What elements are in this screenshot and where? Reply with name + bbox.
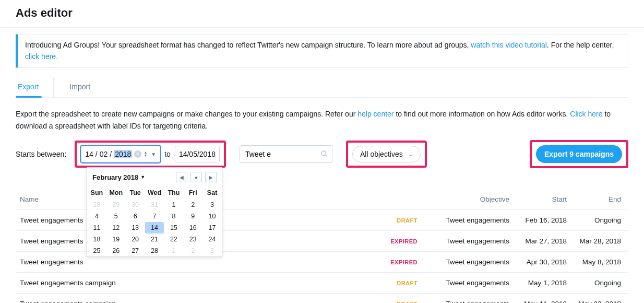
- export-button[interactable]: Export 9 campaigns: [536, 145, 622, 163]
- status-badge: EXPIRED: [390, 238, 418, 244]
- cell-start: May 11, 2018: [514, 294, 571, 303]
- starts-between-label: Starts between:: [16, 150, 66, 158]
- datepicker-day[interactable]: 1: [164, 245, 183, 257]
- datepicker-day[interactable]: 7: [145, 211, 164, 222]
- datepicker-day[interactable]: 31: [145, 199, 164, 211]
- datepicker-day[interactable]: 8: [164, 211, 183, 222]
- datepicker-day[interactable]: 6: [126, 211, 145, 222]
- search-wrap: [240, 145, 332, 163]
- datepicker-grid: SunMonTueWedThuFriSat2829303112345678910…: [87, 187, 222, 257]
- date-to-input[interactable]: 14/05/2018: [175, 146, 220, 162]
- datepicker-day[interactable]: 12: [106, 222, 126, 234]
- cell-end: May 22, 2018: [571, 294, 628, 303]
- controls-row: Starts between: 14/02/2018 ✕ ▲▼ ▼ to 14/…: [16, 140, 628, 168]
- datepicker-day[interactable]: 14: [145, 222, 164, 234]
- search-input[interactable]: [240, 145, 332, 163]
- cell-end: Ongoing: [571, 210, 628, 231]
- datepicker-day[interactable]: 30: [126, 199, 145, 211]
- datepicker-dow: Tue: [126, 187, 145, 199]
- datepicker-today-button[interactable]: ●: [190, 172, 202, 182]
- svg-line-1: [325, 155, 327, 157]
- click-here-link[interactable]: Click here: [570, 110, 602, 118]
- datepicker-day[interactable]: 13: [126, 222, 145, 234]
- objectives-dropdown[interactable]: All objectives ⌄: [352, 146, 421, 162]
- datepicker-day[interactable]: 16: [183, 222, 202, 234]
- datepicker-day[interactable]: 21: [145, 234, 164, 245]
- datepicker-day[interactable]: 5: [106, 211, 126, 222]
- cell-status: DRAFT: [315, 294, 425, 303]
- tab-export[interactable]: Export: [16, 77, 54, 97]
- datepicker-prev-button[interactable]: ◀: [176, 172, 187, 182]
- table-row[interactable]: Tweet engagements campaignDRAFTTweet eng…: [16, 294, 628, 303]
- desc-mid: to find out more information on how Ads …: [394, 110, 570, 118]
- cell-name: Tweet engagements campaign: [16, 273, 315, 294]
- cell-objective: Tweet engagements: [425, 210, 514, 231]
- datepicker-day[interactable]: 20: [126, 234, 145, 245]
- datepicker-day[interactable]: 28: [145, 245, 164, 257]
- datepicker-day[interactable]: 1: [164, 199, 183, 211]
- stepper-icon[interactable]: ▲▼: [144, 151, 147, 157]
- status-badge: DRAFT: [397, 217, 418, 224]
- highlight-date-range: 14/02/2018 ✕ ▲▼ ▼ to 14/05/2018: [75, 141, 226, 168]
- table-row[interactable]: Tweet engagements campaignDRAFTTweet eng…: [16, 273, 628, 294]
- datepicker-day[interactable]: 4: [87, 211, 106, 222]
- datepicker-dow: Thu: [164, 187, 183, 199]
- notice-help-link[interactable]: click here.: [25, 52, 58, 61]
- datepicker-dow: Sat: [202, 187, 222, 199]
- th-status: [315, 189, 425, 210]
- notice-video-link[interactable]: watch this video tutorial: [471, 41, 547, 49]
- datepicker-day[interactable]: 3: [202, 245, 222, 257]
- datepicker-day[interactable]: 17: [202, 222, 222, 234]
- datepicker-day[interactable]: 9: [183, 211, 202, 222]
- page-title: Ads editor: [0, 0, 644, 27]
- datepicker-day[interactable]: 10: [202, 211, 222, 222]
- cell-objective: Tweet engagements: [425, 252, 514, 273]
- datepicker-day[interactable]: 27: [126, 245, 145, 257]
- objectives-label: All objectives: [360, 150, 403, 158]
- th-end[interactable]: End: [571, 189, 628, 210]
- highlight-objectives: All objectives ⌄: [346, 141, 427, 168]
- cell-name: Tweet engagements campaign: [16, 294, 315, 303]
- datepicker-day[interactable]: 3: [202, 199, 222, 211]
- th-objective[interactable]: Objective: [425, 189, 514, 210]
- status-badge: DRAFT: [397, 301, 418, 303]
- datepicker-day[interactable]: 22: [164, 234, 183, 245]
- datepicker-day[interactable]: 2: [183, 245, 202, 257]
- datepicker-day[interactable]: 11: [87, 222, 106, 234]
- datepicker-day[interactable]: 28: [87, 199, 106, 211]
- datepicker-day[interactable]: 29: [106, 199, 126, 211]
- search-icon: [320, 150, 328, 159]
- status-badge: DRAFT: [397, 280, 418, 286]
- chevron-down-icon: ⌄: [408, 151, 413, 158]
- cell-objective: Tweet engagements: [425, 273, 514, 294]
- notice-mid: . For the help center,: [547, 41, 614, 49]
- datepicker-day[interactable]: 26: [106, 245, 126, 257]
- status-badge: EXPIRED: [390, 259, 418, 265]
- help-center-link[interactable]: help center: [357, 110, 393, 118]
- datepicker-dow: Mon: [106, 187, 126, 199]
- tabs: Export Import: [16, 77, 628, 98]
- datepicker-day[interactable]: 2: [183, 199, 202, 211]
- cell-status: DRAFT: [315, 273, 425, 294]
- cell-objective: Tweet engagements: [425, 231, 514, 252]
- datepicker-day[interactable]: 18: [87, 234, 106, 245]
- to-label: to: [164, 150, 171, 158]
- datepicker-next-button[interactable]: ▶: [205, 172, 217, 182]
- tab-import[interactable]: Import: [67, 77, 105, 97]
- cell-start: Mar 27, 2018: [514, 231, 571, 252]
- datepicker-day[interactable]: 15: [164, 222, 183, 234]
- chevron-down-icon[interactable]: ▼: [151, 152, 156, 157]
- th-start[interactable]: Start: [514, 189, 571, 210]
- datepicker-day[interactable]: 24: [202, 234, 222, 245]
- date-from-input[interactable]: 14/02/2018 ✕ ▲▼ ▼: [81, 146, 160, 162]
- datepicker-day[interactable]: 25: [87, 245, 106, 257]
- svg-point-0: [321, 151, 326, 156]
- highlight-export: Export 9 campaigns: [530, 140, 628, 168]
- datepicker-day[interactable]: 19: [106, 234, 126, 245]
- clear-icon[interactable]: ✕: [134, 150, 141, 158]
- cell-start: Apr 30, 2018: [514, 252, 571, 273]
- notice-banner: Introducing Ad Groups! Your spreadsheet …: [16, 34, 628, 68]
- datepicker-month-select[interactable]: February 2018 ▼: [92, 173, 145, 181]
- datepicker-day[interactable]: 23: [183, 234, 202, 245]
- cell-status: DRAFT: [315, 210, 425, 231]
